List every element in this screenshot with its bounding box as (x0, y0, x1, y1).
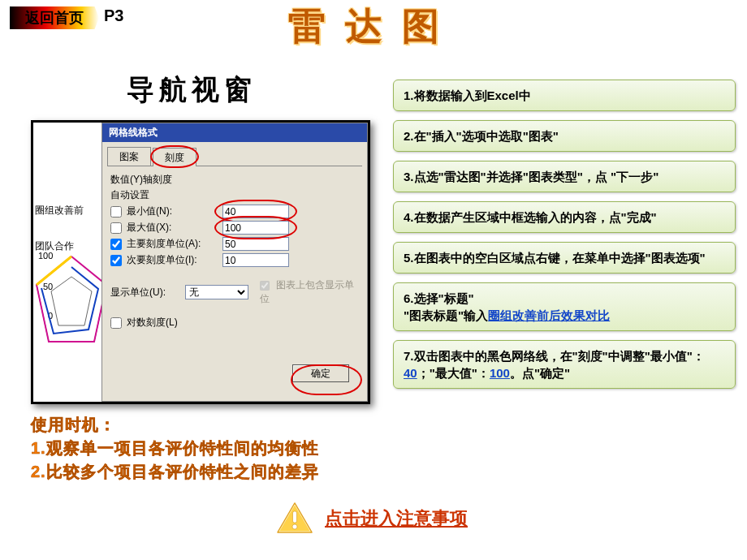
step-2[interactable]: 2.在"插入"选项中选取"图表" (393, 120, 736, 152)
dialog-title: 网格线格式 (102, 123, 367, 142)
minor-input[interactable] (222, 253, 289, 267)
min-label: 最小值(N): (127, 205, 222, 218)
row-max: 最大值(X): (110, 221, 359, 235)
row-minor: 次要刻度单位(I): (110, 253, 359, 267)
page-title: 雷达图 (0, 2, 747, 52)
radar-label-1: 圈组改善前 (35, 204, 84, 218)
step-3[interactable]: 3.点选"雷达图"并选择"图表类型"，点 "下一步" (393, 161, 736, 192)
step-7-val1: 40 (404, 366, 417, 380)
notice-link[interactable]: 点击进入注意事项 (276, 502, 468, 536)
log-scale-label: 对数刻度(L) (127, 316, 178, 330)
step-1[interactable]: 1.将数据输入到Excel中 (393, 80, 736, 111)
max-label: 最大值(X): (127, 221, 222, 235)
max-input[interactable] (222, 221, 289, 235)
display-unit-select[interactable]: 无 (185, 285, 248, 299)
dialog-tabs: 图案 刻度 (107, 147, 362, 166)
gridline-format-dialog: 网格线格式 图案 刻度 数值(Y)轴刻度 自动设置 最小值(N): 最大值(X)… (101, 123, 368, 402)
notice-text: 点击进入注意事项 (325, 506, 468, 531)
usage-section: 使用时机： 1.观察单一项目各评价特性间的均衡性 2.比较多个项目各评价特性之间… (31, 414, 319, 483)
step-7-val2: 100 (490, 366, 510, 380)
dialog-screenshot: 圈组改善前 团队合作 100 50 0 网格线格式 图案 刻度 数值(Y)轴刻度… (31, 120, 370, 404)
log-scale-checkbox[interactable] (110, 317, 122, 329)
major-input[interactable] (222, 237, 289, 251)
svg-rect-3 (293, 511, 297, 523)
step-6[interactable]: 6.选择"标题" "图表标题"输入圈组改善前后效果对比 (393, 282, 736, 331)
display-unit-hint: 图表上包含显示单位 (260, 278, 359, 306)
ok-button[interactable]: 确定 (292, 364, 349, 382)
row-min: 最小值(N): (110, 205, 359, 218)
step-5[interactable]: 5.在图表中的空白区域点右键，在菜单中选择"图表选项" (393, 242, 736, 274)
major-auto-checkbox[interactable] (110, 239, 122, 250)
row-major: 主要刻度单位(A): (110, 237, 359, 251)
step-7-suffix: 。点"确定" (510, 366, 570, 380)
step-6-line1: 6.选择"标题" (404, 291, 474, 305)
usage-line-1: 1.观察单一项目各评价特性间的均衡性 (31, 437, 319, 459)
usage-title: 使用时机： (31, 414, 319, 436)
step-6-prefix: "图表标题"输入 (404, 308, 488, 322)
step-7-mid: ；"最大值"： (417, 366, 490, 380)
min-input[interactable] (222, 205, 289, 218)
step-6-link[interactable]: 圈组改善前后效果对比 (488, 308, 610, 322)
step-7-prefix: 7.双击图表中的黑色网络线，在"刻度"中调整"最小值"： (404, 349, 705, 363)
show-unit-checkbox (260, 281, 270, 291)
ok-highlight: 确定 (294, 368, 361, 394)
step-7[interactable]: 7.双击图表中的黑色网络线，在"刻度"中调整"最小值"：40；"最大值"：100… (393, 340, 736, 389)
row-display-unit: 显示单位(U): 无 图表上包含显示单位 (110, 278, 359, 306)
section-auto-label: 自动设置 (110, 188, 359, 202)
steps-list: 1.将数据输入到Excel中 2.在"插入"选项中选取"图表" 3.点选"雷达图… (393, 80, 736, 398)
radar-chart-icon (33, 252, 110, 358)
tab-scale[interactable]: 刻度 (153, 148, 196, 166)
radar-preview: 圈组改善前 团队合作 100 50 0 (33, 123, 110, 402)
svg-marker-1 (51, 277, 92, 325)
usage-line-2: 2.比较多个项目各评价特性之间的差异 (31, 461, 319, 483)
row-log: 对数刻度(L) (110, 316, 359, 330)
major-label: 主要刻度单位(A): (127, 237, 222, 251)
svg-point-4 (292, 524, 297, 529)
max-auto-checkbox[interactable] (110, 222, 122, 234)
tab-pattern[interactable]: 图案 (107, 147, 151, 166)
min-auto-checkbox[interactable] (110, 206, 122, 218)
section-axis-label: 数值(Y)轴刻度 (110, 173, 359, 187)
display-unit-label: 显示单位(U): (110, 286, 185, 299)
step-4[interactable]: 4.在数据产生区域中框选输入的内容，点"完成" (393, 201, 736, 233)
minor-auto-checkbox[interactable] (110, 255, 122, 266)
minor-label: 次要刻度单位(I): (127, 253, 222, 267)
nav-subtitle: 导航视窗 (127, 71, 257, 109)
warning-icon (276, 502, 313, 536)
